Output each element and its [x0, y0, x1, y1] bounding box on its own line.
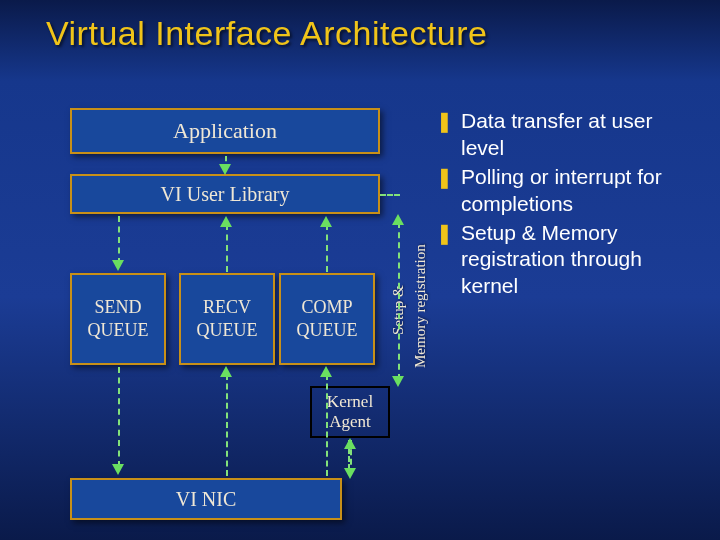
bullet-list: ❚ Data transfer at user level ❚ Polling … [436, 108, 700, 302]
arrowhead-icon [220, 366, 232, 377]
arrowhead-icon [320, 216, 332, 227]
bullet-item: ❚ Data transfer at user level [436, 108, 700, 162]
connector-lib-agent [380, 194, 400, 196]
bullet-text: Data transfer at user level [461, 108, 700, 162]
arrowhead-icon [392, 376, 404, 387]
bullet-icon: ❚ [436, 108, 453, 162]
arrow-send-to-nic [118, 367, 120, 467]
arrow-nic-to-comp [326, 374, 328, 476]
arrow-lib-to-agent [398, 222, 400, 380]
bullet-icon: ❚ [436, 164, 453, 218]
arrow-comp-to-lib [326, 224, 328, 272]
box-vi-user-library: VI User Library [70, 174, 380, 214]
arrowhead-icon [219, 164, 231, 175]
box-send-queue: SENDQUEUE [70, 273, 166, 365]
arrowhead-icon [344, 468, 356, 479]
arrow-lib-to-send [118, 216, 120, 264]
arrowhead-icon [344, 438, 356, 449]
bullet-item: ❚ Setup & Memory registration through ke… [436, 220, 700, 301]
box-recv-queue: RECVQUEUE [179, 273, 275, 365]
arrowhead-icon [320, 366, 332, 377]
label-memory-reg: Memory registration [412, 244, 429, 368]
box-kernel-agent: KernelAgent [310, 386, 390, 438]
bullet-icon: ❚ [436, 220, 453, 301]
arrowhead-icon [112, 464, 124, 475]
arrow-nic-to-recv [226, 374, 228, 476]
box-comp-queue: COMPQUEUE [279, 273, 375, 365]
bullet-item: ❚ Polling or interrupt for completions [436, 164, 700, 218]
box-vi-nic: VI NIC [70, 478, 342, 520]
arrowhead-icon [392, 214, 404, 225]
bullet-text: Setup & Memory registration through kern… [461, 220, 700, 301]
bullet-text: Polling or interrupt for completions [461, 164, 700, 218]
arrowhead-icon [220, 216, 232, 227]
arrow-recv-to-lib [226, 224, 228, 272]
box-application: Application [70, 108, 380, 154]
slide-title: Virtual Interface Architecture [46, 14, 487, 53]
arrowhead-icon [112, 260, 124, 271]
